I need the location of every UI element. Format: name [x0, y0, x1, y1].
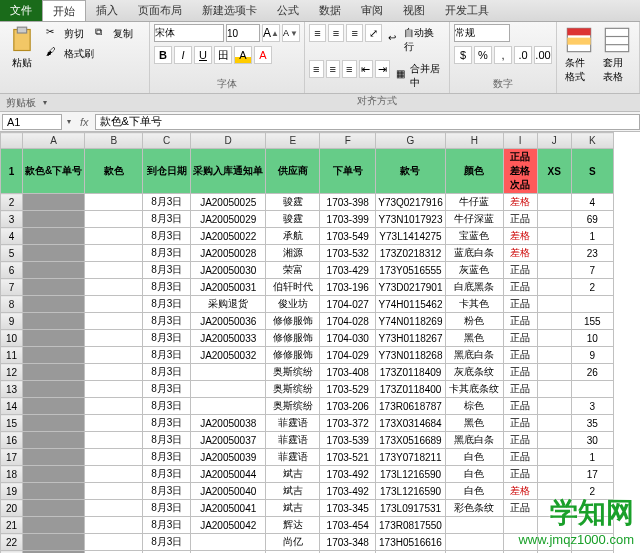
tab-8[interactable]: 开发工具 [435, 0, 499, 21]
row-header-5[interactable]: 5 [1, 245, 23, 262]
cell[interactable] [23, 245, 85, 262]
align-middle[interactable]: ≡ [328, 24, 345, 42]
cell[interactable]: 黑底白条 [445, 347, 503, 364]
cell[interactable] [191, 534, 266, 551]
cell[interactable] [23, 296, 85, 313]
cell[interactable]: 正品 [503, 398, 537, 415]
cell[interactable]: 1703-549 [320, 228, 376, 245]
cell[interactable]: 155 [571, 313, 613, 330]
cell[interactable]: 1703-529 [320, 381, 376, 398]
cell[interactable] [85, 296, 143, 313]
cell[interactable]: 1703-408 [320, 364, 376, 381]
cell[interactable]: JA20050036 [191, 313, 266, 330]
cell[interactable] [503, 517, 537, 534]
row-header-10[interactable]: 10 [1, 330, 23, 347]
cell[interactable] [85, 194, 143, 211]
name-box-dropdown[interactable]: ▾ [64, 117, 74, 126]
cell[interactable] [23, 432, 85, 449]
table-row[interactable]: 188月3日JA20050044斌吉1703-492173L1216590白色正… [1, 466, 614, 483]
cell[interactable]: 彩色条纹 [445, 500, 503, 517]
cell[interactable] [571, 381, 613, 398]
cell[interactable] [537, 534, 571, 551]
cell[interactable]: 正品 [503, 330, 537, 347]
table-row[interactable]: 118月3日JA20050032修修服饰1704-029Y73N0118268黑… [1, 347, 614, 364]
row-header-9[interactable]: 9 [1, 313, 23, 330]
cell[interactable]: 差格 [503, 228, 537, 245]
font-name-select[interactable] [154, 24, 224, 42]
cell[interactable]: 23 [571, 245, 613, 262]
wrap-text-button[interactable]: ↩自动换行 [384, 24, 445, 56]
cell[interactable]: 黑色 [445, 415, 503, 432]
row-header-3[interactable]: 3 [1, 211, 23, 228]
cell[interactable]: 差格 [503, 483, 537, 500]
tab-2[interactable]: 页面布局 [128, 0, 192, 21]
fx-icon[interactable]: fx [74, 116, 95, 128]
cell[interactable] [23, 364, 85, 381]
cell[interactable] [85, 449, 143, 466]
cell[interactable]: 8月3日 [143, 194, 191, 211]
row-header-16[interactable]: 16 [1, 432, 23, 449]
cell[interactable]: 1703-454 [320, 517, 376, 534]
col-header-B[interactable]: B [85, 133, 143, 149]
cell[interactable] [571, 500, 613, 517]
cell[interactable]: 1703-521 [320, 449, 376, 466]
format-painter-button[interactable]: 🖌格式刷 [42, 44, 98, 64]
cell[interactable] [23, 534, 85, 551]
cell[interactable] [85, 466, 143, 483]
cell[interactable] [23, 381, 85, 398]
cell[interactable]: 棕色 [445, 398, 503, 415]
cell[interactable] [445, 517, 503, 534]
table-row[interactable]: 228月3日尚亿1703-348173H0516616 [1, 534, 614, 551]
cell[interactable]: 正品 [503, 466, 537, 483]
cell[interactable]: 4 [571, 194, 613, 211]
cell[interactable]: 差格 [503, 245, 537, 262]
cell[interactable]: 菲霆语 [266, 415, 320, 432]
cell[interactable]: 8月3日 [143, 364, 191, 381]
italic-button[interactable]: I [174, 46, 192, 64]
cell[interactable]: 1703-345 [320, 500, 376, 517]
cell[interactable] [23, 262, 85, 279]
cell[interactable]: 173R0817550 [376, 517, 446, 534]
cell[interactable]: 1703-206 [320, 398, 376, 415]
row-header-14[interactable]: 14 [1, 398, 23, 415]
cell[interactable]: 173L0917531 [376, 500, 446, 517]
cell[interactable] [85, 381, 143, 398]
cell[interactable]: 8月3日 [143, 313, 191, 330]
cell[interactable]: 伯轩时代 [266, 279, 320, 296]
dec-decimal[interactable]: .00 [534, 46, 552, 64]
cell[interactable]: Y74H0115462 [376, 296, 446, 313]
cell[interactable]: JA20050040 [191, 483, 266, 500]
row-header-11[interactable]: 11 [1, 347, 23, 364]
cell[interactable]: JA20050044 [191, 466, 266, 483]
cell[interactable]: 8月3日 [143, 534, 191, 551]
header-cell[interactable]: 供应商 [266, 149, 320, 194]
table-row[interactable]: 148月3日奥斯缤纷1703-206173R0618787棕色正品3 [1, 398, 614, 415]
cell[interactable] [23, 211, 85, 228]
cell[interactable]: 8月3日 [143, 245, 191, 262]
cell[interactable]: 7 [571, 262, 613, 279]
font-size-select[interactable] [226, 24, 260, 42]
cell[interactable]: 173X0516689 [376, 432, 446, 449]
col-header-J[interactable]: J [537, 133, 571, 149]
cell[interactable]: 1704-028 [320, 313, 376, 330]
cell[interactable]: 差格 [503, 194, 537, 211]
header-cell[interactable]: 采购入库通知单 [191, 149, 266, 194]
tab-7[interactable]: 视图 [393, 0, 435, 21]
merge-center-button[interactable]: ▦合并居中 [392, 60, 445, 92]
table-row[interactable]: 58月3日JA20050028湘源1703-532173Z0218312蓝底白条… [1, 245, 614, 262]
cell[interactable] [85, 245, 143, 262]
currency-button[interactable]: $ [454, 46, 472, 64]
cell[interactable]: JA20050042 [191, 517, 266, 534]
underline-button[interactable]: U [194, 46, 212, 64]
cell[interactable]: JA20050031 [191, 279, 266, 296]
cell[interactable]: 173L1216590 [376, 466, 446, 483]
table-row[interactable]: 48月3日JA20050022承航1703-549Y73L1414275宝蓝色差… [1, 228, 614, 245]
tab-1[interactable]: 插入 [86, 0, 128, 21]
cell[interactable] [85, 313, 143, 330]
header-cell[interactable]: 到仓日期 [143, 149, 191, 194]
cell[interactable]: 8月3日 [143, 347, 191, 364]
cell[interactable]: JA20050022 [191, 228, 266, 245]
cell[interactable] [537, 262, 571, 279]
cell[interactable] [23, 449, 85, 466]
table-row[interactable]: 178月3日JA20050039菲霆语1703-521173Y0718211白色… [1, 449, 614, 466]
